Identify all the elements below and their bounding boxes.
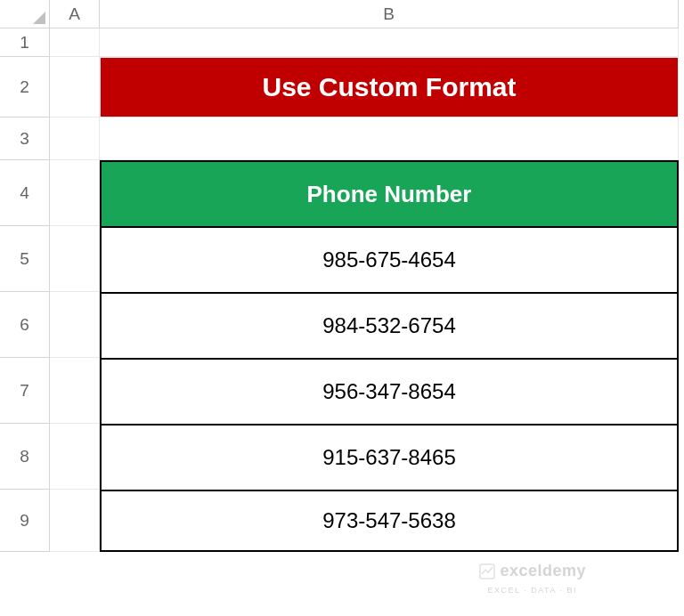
table-row: 984-532-6754 <box>100 292 679 358</box>
cell-b3[interactable] <box>100 118 679 160</box>
watermark: exceldemy EXCEL · DATA · BI <box>478 562 586 595</box>
cell-b5[interactable]: 985-675-4654 <box>100 226 679 292</box>
column-header-b[interactable]: B <box>100 0 679 28</box>
cell-b7[interactable]: 956-347-8654 <box>100 358 679 424</box>
row-header-6[interactable]: 6 <box>0 292 50 358</box>
cell-b6[interactable]: 984-532-6754 <box>100 292 679 358</box>
select-all-corner[interactable] <box>0 0 50 28</box>
column-header-a[interactable]: A <box>50 0 100 28</box>
cell-b1[interactable] <box>100 28 679 57</box>
cell-b4[interactable]: Phone Number <box>100 160 679 226</box>
cell-a9[interactable] <box>50 490 100 552</box>
title-banner: Use Custom Format <box>100 57 679 118</box>
watermark-name: exceldemy <box>500 562 586 580</box>
cell-a8[interactable] <box>50 424 100 490</box>
watermark-icon <box>478 563 496 580</box>
cell-a6[interactable] <box>50 292 100 358</box>
row-header-9[interactable]: 9 <box>0 490 50 552</box>
cell-a1[interactable] <box>50 28 100 57</box>
select-all-icon <box>33 12 45 24</box>
table-row: 985-675-4654 <box>100 226 679 292</box>
cell-a2[interactable] <box>50 57 100 118</box>
cell-b2[interactable]: Use Custom Format <box>100 57 679 118</box>
spreadsheet-grid: A B 1 2 Use Custom Format 3 4 Phone Numb… <box>0 0 684 552</box>
row-header-2[interactable]: 2 <box>0 57 50 118</box>
table-row: 915-637-8465 <box>100 424 679 490</box>
cell-b8[interactable]: 915-637-8465 <box>100 424 679 490</box>
table-header: Phone Number <box>100 160 679 226</box>
row-header-4[interactable]: 4 <box>0 160 50 226</box>
cell-a3[interactable] <box>50 118 100 160</box>
cell-a5[interactable] <box>50 226 100 292</box>
table-row: 973-547-5638 <box>100 490 679 552</box>
row-header-5[interactable]: 5 <box>0 226 50 292</box>
watermark-tagline: EXCEL · DATA · BI <box>488 586 577 595</box>
table-row: 956-347-8654 <box>100 358 679 424</box>
cell-a4[interactable] <box>50 160 100 226</box>
cell-b9[interactable]: 973-547-5638 <box>100 490 679 552</box>
row-header-7[interactable]: 7 <box>0 358 50 424</box>
cell-a7[interactable] <box>50 358 100 424</box>
row-header-1[interactable]: 1 <box>0 28 50 57</box>
row-header-3[interactable]: 3 <box>0 118 50 160</box>
row-header-8[interactable]: 8 <box>0 424 50 490</box>
